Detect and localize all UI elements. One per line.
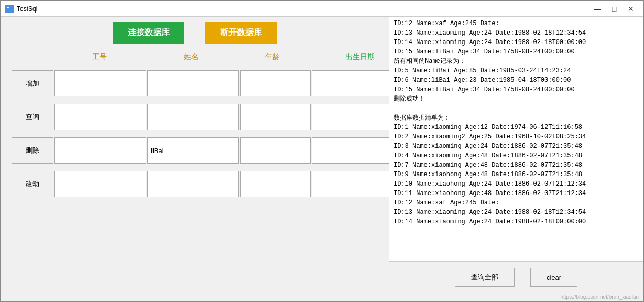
delete-name-input[interactable] [147, 137, 239, 164]
maximize-button[interactable]: □ [606, 3, 622, 15]
delete-button[interactable]: 删除 [12, 137, 53, 164]
log-area: ID:12 Name:xaf Age:245 Date: ID:13 Name:… [389, 17, 643, 261]
disconnect-button[interactable]: 断开数据库 [205, 22, 277, 44]
window-title: TestSql [17, 5, 590, 13]
bottom-bar: 查询全部 clear [389, 261, 643, 293]
add-name-input[interactable] [147, 70, 239, 96]
add-age-input[interactable] [240, 70, 311, 96]
row-add: 增加 clear [12, 70, 378, 96]
row-update: 改动 clear [12, 171, 378, 197]
connect-button[interactable]: 连接数据库 [113, 22, 184, 44]
header-spacer [12, 51, 53, 63]
header-age: 年龄 [237, 51, 308, 63]
window-icon [5, 5, 14, 13]
clear-log-button[interactable]: clear [530, 268, 577, 287]
main-window: TestSql — □ ✕ 连接数据库 断开数据库 工号 姓名 年龄 出生日期 [0, 0, 644, 302]
query-button[interactable]: 查询 [12, 104, 53, 130]
update-button[interactable]: 改动 [12, 171, 53, 197]
query-all-button[interactable]: 查询全部 [455, 268, 515, 287]
update-name-input[interactable] [147, 171, 239, 197]
update-id-input[interactable] [54, 171, 146, 197]
db-buttons: 连接数据库 断开数据库 [12, 22, 378, 44]
table-header: 工号 姓名 年龄 出生日期 [12, 51, 378, 65]
left-panel: 连接数据库 断开数据库 工号 姓名 年龄 出生日期 增加 [1, 17, 389, 301]
right-panel: ID:12 Name:xaf Age:245 Date: ID:13 Name:… [389, 17, 643, 301]
minimize-button[interactable]: — [590, 3, 605, 15]
row-delete: 删除 clear [12, 137, 378, 164]
delete-age-input[interactable] [240, 137, 311, 164]
titlebar: TestSql — □ ✕ [1, 1, 643, 17]
header-name: 姓名 [145, 51, 237, 63]
add-id-input[interactable] [54, 70, 146, 96]
svg-rect-3 [7, 10, 10, 10]
query-name-input[interactable] [147, 104, 239, 130]
svg-rect-2 [7, 9, 12, 9]
window-controls: — □ ✕ [590, 3, 639, 15]
header-id: 工号 [53, 51, 145, 63]
row-query: 查询 clear [12, 104, 378, 130]
delete-id-input[interactable] [54, 137, 146, 164]
close-button[interactable]: ✕ [623, 3, 639, 15]
update-age-input[interactable] [240, 171, 311, 197]
query-id-input[interactable] [54, 104, 146, 130]
svg-rect-1 [7, 7, 9, 8]
query-age-input[interactable] [240, 104, 311, 130]
content-area: 连接数据库 断开数据库 工号 姓名 年龄 出生日期 增加 [1, 17, 643, 301]
add-button[interactable]: 增加 [12, 70, 53, 96]
watermark: https://blog.csdn.net/bran_xiaolan [389, 293, 643, 301]
